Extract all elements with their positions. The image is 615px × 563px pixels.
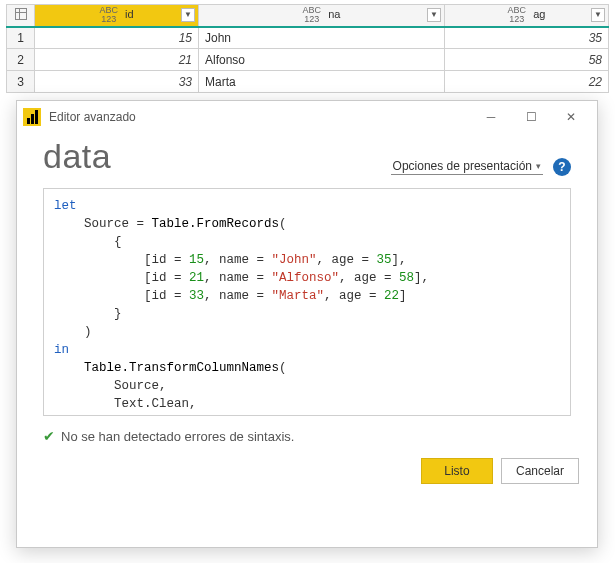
code-editor[interactable]: let Source = Table.FromRecords( { [id = …	[43, 188, 571, 416]
cell[interactable]: 22	[445, 71, 609, 93]
row-number: 1	[7, 27, 35, 49]
cell[interactable]: 35	[445, 27, 609, 49]
done-button[interactable]: Listo	[421, 458, 493, 484]
data-table: ABC123 id ▼ ABC123 na ▼ ABC123 ag ▼ 1	[6, 4, 609, 93]
table-row[interactable]: 1 15 John 35	[7, 27, 609, 49]
window-title: Editor avanzado	[49, 110, 136, 124]
abc123-icon: ABC123	[508, 6, 527, 24]
maximize-button[interactable]: ☐	[511, 103, 551, 131]
cell[interactable]: 21	[35, 49, 199, 71]
column-name: id	[125, 8, 134, 20]
cell[interactable]: 15	[35, 27, 199, 49]
cell[interactable]: 58	[445, 49, 609, 71]
column-name: na	[328, 8, 340, 20]
query-title: data	[43, 137, 111, 176]
advanced-editor-dialog: Editor avanzado ─ ☐ ✕ data Opciones de p…	[16, 100, 598, 548]
column-header-ag[interactable]: ABC123 ag ▼	[445, 5, 609, 27]
chevron-down-icon[interactable]: ▼	[427, 8, 441, 22]
cancel-label: Cancelar	[516, 464, 564, 478]
cell[interactable]: Marta	[199, 71, 445, 93]
column-name: ag	[533, 8, 545, 20]
row-number: 3	[7, 71, 35, 93]
titlebar[interactable]: Editor avanzado ─ ☐ ✕	[17, 101, 597, 133]
minimize-button[interactable]: ─	[471, 103, 511, 131]
close-button[interactable]: ✕	[551, 103, 591, 131]
table-icon	[15, 8, 27, 20]
chevron-down-icon[interactable]: ▼	[181, 8, 195, 22]
table-corner[interactable]	[7, 5, 35, 27]
presentation-label: Opciones de presentación	[393, 159, 532, 173]
data-preview: ABC123 id ▼ ABC123 na ▼ ABC123 ag ▼ 1	[0, 0, 615, 93]
cell[interactable]: 33	[35, 71, 199, 93]
column-header-id[interactable]: ABC123 id ▼	[35, 5, 199, 27]
table-row[interactable]: 2 21 Alfonso 58	[7, 49, 609, 71]
chevron-down-icon: ▾	[536, 161, 541, 171]
abc123-icon: ABC123	[303, 6, 322, 24]
row-number: 2	[7, 49, 35, 71]
done-label: Listo	[444, 464, 469, 478]
abc123-icon: ABC123	[99, 6, 118, 24]
help-icon[interactable]: ?	[553, 158, 571, 176]
column-header-na[interactable]: ABC123 na ▼	[199, 5, 445, 27]
cancel-button[interactable]: Cancelar	[501, 458, 579, 484]
presentation-options-dropdown[interactable]: Opciones de presentación ▾	[391, 159, 543, 175]
status-text: No se han detectado errores de sintaxis.	[61, 429, 294, 444]
chevron-down-icon[interactable]: ▼	[591, 8, 605, 22]
syntax-status: ✔ No se han detectado errores de sintaxi…	[43, 428, 571, 444]
cell[interactable]: John	[199, 27, 445, 49]
table-row[interactable]: 3 33 Marta 22	[7, 71, 609, 93]
check-icon: ✔	[43, 428, 55, 444]
powerbi-icon	[23, 108, 41, 126]
cell[interactable]: Alfonso	[199, 49, 445, 71]
